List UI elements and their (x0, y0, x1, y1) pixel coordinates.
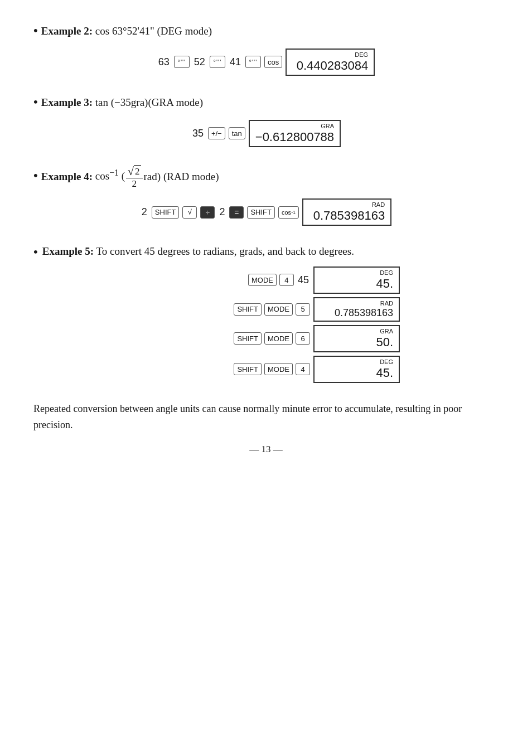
example-2-block: • Example 2: cos 63°52'41" (DEG mode) 63… (33, 22, 499, 76)
example-3-label: Example 3: (41, 96, 93, 108)
page-number: — 13 — (33, 444, 499, 455)
num-35: 35 (192, 128, 204, 139)
num-52: 52 (194, 56, 205, 68)
example-5-rows: MODE 4 45 DEG 45. SHIFT MODE 5 RAD 0.785… (33, 266, 499, 383)
example-3-block: • Example 3: tan (−35gra)(GRA mode) 35 +… (33, 94, 499, 147)
key-mode-5-4[interactable]: MODE (264, 363, 293, 375)
key-shift-5-2[interactable]: SHIFT (234, 303, 262, 316)
display-5-4-value: 45. (376, 366, 393, 380)
display-5-3-mode: GRA (380, 328, 393, 335)
num-63: 63 (158, 56, 170, 68)
display-5-3-value: 50. (376, 335, 393, 350)
ex5-row-3: SHIFT MODE 6 GRA 50. (132, 325, 400, 352)
key-divide[interactable]: ÷ (200, 206, 215, 219)
example-3-desc: tan (−35gra)(GRA mode) (93, 96, 203, 108)
bullet-3: • (33, 94, 38, 111)
key-cos-inv[interactable]: cos-1 (278, 206, 299, 219)
key-mode-1[interactable]: MODE (248, 274, 277, 286)
bullet-5: • (33, 244, 38, 261)
ex5-row-2: SHIFT MODE 5 RAD 0.785398163 (132, 297, 400, 322)
key-equals[interactable]: = (229, 206, 244, 219)
num-41: 41 (230, 56, 241, 68)
example-5-label: Example 5: (42, 245, 94, 257)
display-3-value: −0.612800788 (255, 130, 334, 144)
example-4-suffix: rad) (RAD mode) (144, 170, 219, 182)
display-5-2-mode: RAD (380, 300, 393, 307)
example-3-title: • Example 3: tan (−35gra)(GRA mode) (33, 94, 499, 111)
key-shift-1[interactable]: SHIFT (152, 206, 180, 219)
ex5-keys-3: SHIFT MODE 6 (132, 332, 310, 345)
paragraph-text: Repeated conversion between angle units … (33, 401, 499, 433)
key-plusminus[interactable]: +/− (208, 127, 225, 139)
example-2-desc: cos 63°52'41" (DEG mode) (93, 25, 212, 37)
num-45-1: 45 (298, 274, 309, 286)
key-shift-5-4[interactable]: SHIFT (234, 363, 262, 375)
key-sqrt[interactable]: √ (182, 206, 197, 219)
ex5-row-1: MODE 4 45 DEG 45. (132, 266, 400, 294)
display-4-value: 0.785398163 (313, 209, 385, 223)
key-4-4[interactable]: 4 (296, 363, 310, 375)
example-5-block: • Example 5: To convert 45 degrees to ra… (33, 244, 499, 383)
example-4-title: • Example 4: cos−1 (√22rad) (RAD mode) (33, 165, 499, 190)
display-5-4-mode: DEG (380, 358, 393, 365)
example-4-label: Example 4: (41, 170, 93, 182)
display-4-mode: RAD (372, 201, 385, 208)
display-2-mode: DEG (355, 51, 368, 58)
example-2-row: 63 °''' 52 °''' 41 °''' cos DEG 0.440283… (33, 49, 499, 76)
example-2-label: Example 2: (41, 25, 93, 37)
display-5-1: DEG 45. (313, 266, 400, 294)
key-mode-5-2[interactable]: MODE (264, 303, 293, 316)
display-2: DEG 0.440283084 (286, 49, 375, 76)
display-4: RAD 0.785398163 (302, 198, 391, 226)
key-shift-5-3[interactable]: SHIFT (234, 332, 262, 345)
num-2b: 2 (219, 206, 225, 218)
key-mode-5-3[interactable]: MODE (264, 332, 293, 345)
bullet-2: • (33, 22, 38, 40)
key-dms-3[interactable]: °''' (245, 56, 261, 68)
key-dms-1[interactable]: °''' (174, 56, 190, 68)
key-5-2[interactable]: 5 (296, 303, 310, 316)
num-2a: 2 (142, 206, 147, 218)
key-tan[interactable]: tan (229, 127, 245, 139)
key-shift-2[interactable]: SHIFT (247, 206, 275, 219)
frac-sqrt2-over-2: √22 (126, 165, 142, 190)
key-4-1[interactable]: 4 (279, 274, 294, 286)
key-6-3[interactable]: 6 (296, 332, 310, 345)
display-3-mode: GRA (321, 123, 334, 129)
example-4-prefix: cos−1 ( (95, 170, 125, 182)
key-dms-2[interactable]: °''' (210, 56, 225, 68)
example-4-row: 2 SHIFT √ ÷ 2 = SHIFT cos-1 RAD 0.785398… (33, 198, 499, 226)
key-cos[interactable]: cos (264, 56, 282, 68)
ex5-keys-2: SHIFT MODE 5 (132, 303, 310, 316)
display-3: GRA −0.612800788 (249, 120, 341, 147)
display-5-4: DEG 45. (313, 356, 400, 383)
example-5-title: • Example 5: To convert 45 degrees to ra… (33, 244, 499, 261)
ex5-keys-4: SHIFT MODE 4 (132, 363, 310, 375)
example-3-row: 35 +/− tan GRA −0.612800788 (33, 120, 499, 147)
display-2-value: 0.440283084 (297, 59, 368, 73)
ex5-row-4: SHIFT MODE 4 DEG 45. (132, 356, 400, 383)
bullet-4: • (33, 167, 38, 185)
display-5-2: RAD 0.785398163 (313, 297, 400, 322)
display-5-2-value: 0.785398163 (335, 307, 393, 319)
example-5-desc: To convert 45 degrees to radians, grads,… (94, 245, 354, 257)
ex5-keys-1: MODE 4 45 (132, 274, 310, 286)
example-2-title: • Example 2: cos 63°52'41" (DEG mode) (33, 22, 499, 40)
example-4-block: • Example 4: cos−1 (√22rad) (RAD mode) 2… (33, 165, 499, 226)
display-5-1-value: 45. (376, 277, 393, 291)
display-5-1-mode: DEG (380, 269, 393, 276)
display-5-3: GRA 50. (313, 325, 400, 352)
